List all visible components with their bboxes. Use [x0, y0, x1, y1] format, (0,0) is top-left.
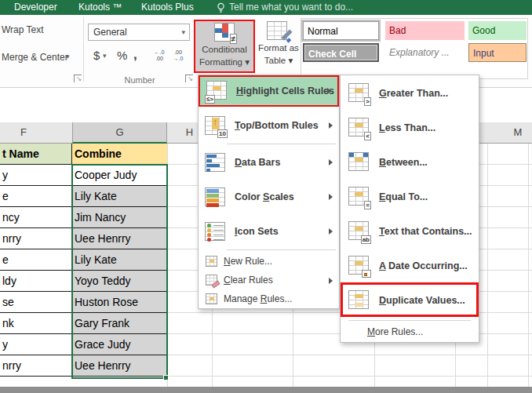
submenu-item-equal-to[interactable]: = Equal To... — [341, 180, 479, 214]
conditional-formatting-icon: ≠ — [214, 23, 235, 42]
conditional-formatting-label: Conditional — [195, 45, 253, 54]
column-header-g[interactable]: G — [72, 122, 167, 144]
cell-f5[interactable]: nrry — [0, 228, 72, 249]
cell-f11[interactable]: nrry — [0, 355, 72, 377]
submenu-arrow-icon — [329, 194, 333, 200]
cell-g8[interactable]: Huston Rose — [72, 292, 167, 313]
tab-developer[interactable]: Developer — [14, 0, 57, 15]
cell-f3[interactable]: e — [0, 186, 72, 207]
cell-g3[interactable]: Lily Kate — [72, 186, 167, 207]
cell-g-header[interactable]: Combine — [72, 144, 167, 165]
cell-g11[interactable]: Uee Henrry — [72, 355, 167, 377]
style-bad[interactable]: Bad — [385, 21, 465, 40]
less-than-icon: < — [348, 118, 369, 136]
accounting-format-button[interactable]: $ — [93, 49, 100, 62]
number-format-combobox[interactable]: General ▾ — [88, 24, 190, 41]
menu-separator — [348, 320, 471, 321]
cell-f8[interactable]: se — [0, 292, 72, 313]
conditional-formatting-button[interactable]: ≠ Conditional Formatting ▾ — [194, 20, 255, 73]
cell-f2[interactable]: y — [0, 165, 72, 186]
clear-rules-icon — [206, 275, 217, 286]
highlight-cells-rules-submenu: > Greater Than... < Less Than... Between… — [340, 75, 479, 343]
cell-g4[interactable]: Jim Nancy — [72, 207, 167, 228]
text-that-contains-icon: ab — [348, 221, 369, 240]
percent-style-button[interactable]: % — [117, 49, 127, 62]
conditional-formatting-label2: Formatting ▾ — [195, 56, 253, 67]
cell-f6[interactable]: e — [0, 249, 72, 271]
equal-to-icon: = — [348, 187, 369, 206]
submenu-item-text-that-contains[interactable]: ab Text that Contains... — [341, 215, 479, 249]
cell-g9[interactable]: Gary Frank — [72, 313, 167, 334]
conditional-formatting-menu: ≤> Highlight Cells Rules ↑ 10 Top/Bottom… — [198, 75, 340, 309]
data-bars-icon — [205, 153, 225, 172]
duplicate-values-icon — [348, 290, 369, 309]
menu-item-new-rule[interactable]: New Rule... — [199, 253, 339, 271]
wrap-text-button[interactable]: Wrap Text — [2, 24, 44, 35]
new-rule-icon — [206, 256, 217, 267]
cell-g10[interactable]: Grace Judy — [72, 334, 167, 355]
accounting-dropdown-arrow-icon[interactable]: ▾ — [103, 52, 107, 60]
cell-f-header[interactable]: t Name — [0, 144, 72, 165]
style-explanatory[interactable]: Explanatory ... — [385, 43, 465, 62]
number-dialog-launcher-icon[interactable]: ↘ — [185, 75, 193, 82]
manage-rules-icon — [206, 293, 217, 304]
alignment-dialog-launcher-icon[interactable]: ↘ — [74, 75, 82, 82]
excel-window: Developer Kutools ™ Kutools Plus Tell me… — [0, 0, 532, 393]
cell-g2-active[interactable]: Cooper Judy — [72, 165, 167, 186]
icon-sets-icon — [205, 222, 225, 241]
tab-kutools-plus[interactable]: Kutools Plus — [141, 0, 194, 15]
cell-g6[interactable]: Lily Kate — [72, 249, 167, 271]
merge-center-dropdown-arrow-icon[interactable]: ▾ — [66, 53, 70, 60]
menu-item-clear-rules[interactable]: Clear Rules — [199, 271, 339, 289]
submenu-item-between[interactable]: Between... — [341, 146, 479, 180]
color-scales-icon — [205, 187, 225, 206]
menu-item-highlight-cells-rules[interactable]: ≤> Highlight Cells Rules — [199, 75, 339, 107]
highlight-cells-rules-icon: ≤> — [206, 81, 227, 100]
decrease-decimal-icon[interactable]: .00→.0 — [169, 49, 187, 65]
merge-center-button[interactable]: Merge & Center — [2, 52, 68, 63]
submenu-item-greater-than[interactable]: > Greater Than... — [341, 77, 479, 111]
submenu-item-more-rules[interactable]: More Rules... — [341, 322, 479, 341]
cell-f7[interactable]: ldy — [0, 271, 72, 292]
cell-f10[interactable]: y — [0, 334, 72, 355]
menu-separator — [227, 144, 336, 144]
submenu-item-less-than[interactable]: < Less Than... — [341, 111, 479, 145]
menu-item-top-bottom-rules[interactable]: ↑ 10 Top/Bottom Rules — [199, 110, 339, 141]
tell-me-search[interactable]: Tell me what you want to do... — [229, 0, 353, 15]
format-as-table-button[interactable]: Format as Table ▾ — [257, 21, 301, 71]
column-header-f[interactable]: F — [0, 122, 47, 143]
increase-decimal-icon[interactable]: ←.0.00 — [151, 49, 168, 65]
comma-style-button[interactable]: , — [133, 47, 137, 63]
format-as-table-label2: Table ▾ — [257, 55, 301, 66]
combo-dropdown-arrow-icon[interactable]: ▾ — [181, 24, 185, 40]
top-bottom-rules-icon: ↑ 10 — [205, 116, 225, 135]
number-group-label: Number — [88, 75, 191, 85]
greater-than-icon: > — [348, 83, 369, 102]
cell-g5[interactable]: Uee Henrry — [72, 228, 167, 249]
tab-kutools[interactable]: Kutools ™ — [78, 0, 122, 15]
group-separator — [83, 17, 84, 82]
style-good[interactable]: Good — [468, 21, 527, 40]
cell-styles-gallery: Normal Bad Good Check Cell Explanatory .… — [301, 18, 528, 79]
submenu-arrow-icon — [329, 159, 333, 166]
style-input[interactable]: Input — [468, 43, 527, 62]
cell-g7[interactable]: Yoyo Teddy — [72, 271, 167, 292]
gridline — [528, 144, 529, 387]
ribbon-tab-bar: Developer Kutools ™ Kutools Plus Tell me… — [0, 0, 532, 15]
style-normal[interactable]: Normal — [303, 21, 379, 40]
column-header-m[interactable]: M — [487, 122, 532, 143]
submenu-arrow-icon — [329, 122, 333, 129]
menu-item-data-bars[interactable]: Data Bars — [199, 147, 339, 178]
submenu-item-a-date-occurring[interactable]: A Date Occurring... — [341, 249, 479, 283]
menu-item-color-scales[interactable]: Color Scales — [199, 181, 339, 213]
menu-item-manage-rules[interactable]: Manage Rules... — [199, 290, 339, 308]
cell-f9[interactable]: nk — [0, 313, 72, 334]
bottom-bar — [0, 387, 532, 393]
fill-handle[interactable] — [163, 375, 169, 380]
cell-f4[interactable]: ncy — [0, 207, 72, 228]
format-as-table-label: Format as — [257, 43, 301, 53]
menu-separator — [227, 249, 336, 250]
menu-item-icon-sets[interactable]: Icon Sets — [199, 216, 339, 247]
style-check-cell[interactable]: Check Cell — [303, 43, 379, 62]
submenu-item-duplicate-values[interactable]: Duplicate Values... — [341, 284, 479, 318]
